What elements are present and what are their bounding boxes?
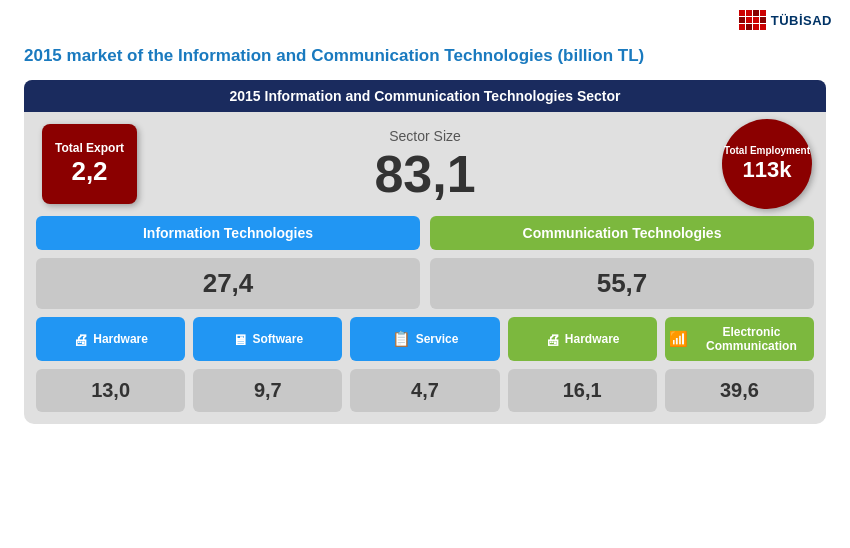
it-hardware-value: 13,0	[36, 369, 185, 412]
subcat-ct-hardware: 🖨 Hardware	[508, 317, 657, 361]
employment-badge: Total Employment 113k	[722, 119, 812, 209]
export-badge: Total Export 2,2	[42, 124, 137, 204]
subcat-it-hardware: 🖨 Hardware	[36, 317, 185, 361]
ct-hardware-icon: 🖨	[545, 331, 560, 348]
bottom-area: Information Technologies Communication T…	[24, 216, 826, 412]
subcat-it-service: 📋 Service	[350, 317, 499, 361]
main-card: 2015 Information and Communication Techn…	[24, 80, 826, 424]
subcat-it-service-label: Service	[416, 332, 459, 346]
sector-label: Sector Size	[374, 128, 475, 144]
hardware-icon: 🖨	[73, 331, 88, 348]
employment-value: 113k	[743, 157, 792, 183]
cat-comm-tech: Communication Technologies	[430, 216, 814, 250]
cat-info-tech: Information Technologies	[36, 216, 420, 250]
ct-electronic-value: 39,6	[665, 369, 814, 412]
subcategory-value-row: 13,0 9,7 4,7 16,1 39,6	[36, 369, 814, 412]
sector-center: Sector Size 83,1	[374, 128, 475, 200]
subcategory-row: 🖨 Hardware 🖥 Software 📋 Service 🖨 Hardwa…	[36, 317, 814, 361]
export-label: Total Export	[55, 141, 124, 155]
subcat-it-hardware-label: Hardware	[93, 332, 148, 346]
subcat-ct-hardware-label: Hardware	[565, 332, 620, 346]
sector-value: 83,1	[374, 148, 475, 200]
employment-label: Total Employment	[724, 144, 810, 157]
subcat-it-software: 🖥 Software	[193, 317, 342, 361]
it-software-value: 9,7	[193, 369, 342, 412]
ct-hardware-value: 16,1	[508, 369, 657, 412]
subcat-ct-electronic-label: Electronic Communication	[693, 325, 810, 353]
subcat-it-software-label: Software	[252, 332, 303, 346]
tubisad-logo: TÜBİSAD	[739, 10, 832, 30]
software-icon: 🖥	[232, 331, 247, 348]
category-row: Information Technologies Communication T…	[36, 216, 814, 250]
logo-text: TÜBİSAD	[771, 13, 832, 28]
logo-grid	[739, 10, 766, 30]
electronic-comm-icon: 📶	[669, 330, 688, 348]
subcat-ct-electronic: 📶 Electronic Communication	[665, 317, 814, 361]
card-header: 2015 Information and Communication Techn…	[24, 80, 826, 112]
service-icon: 📋	[392, 330, 411, 348]
comm-tech-value: 55,7	[430, 258, 814, 309]
page-title: 2015 market of the Information and Commu…	[24, 46, 826, 66]
it-service-value: 4,7	[350, 369, 499, 412]
sector-row: Total Export 2,2 Sector Size 83,1 Total …	[24, 112, 826, 216]
category-value-row: 27,4 55,7	[36, 258, 814, 309]
info-tech-value: 27,4	[36, 258, 420, 309]
export-value: 2,2	[71, 156, 107, 187]
